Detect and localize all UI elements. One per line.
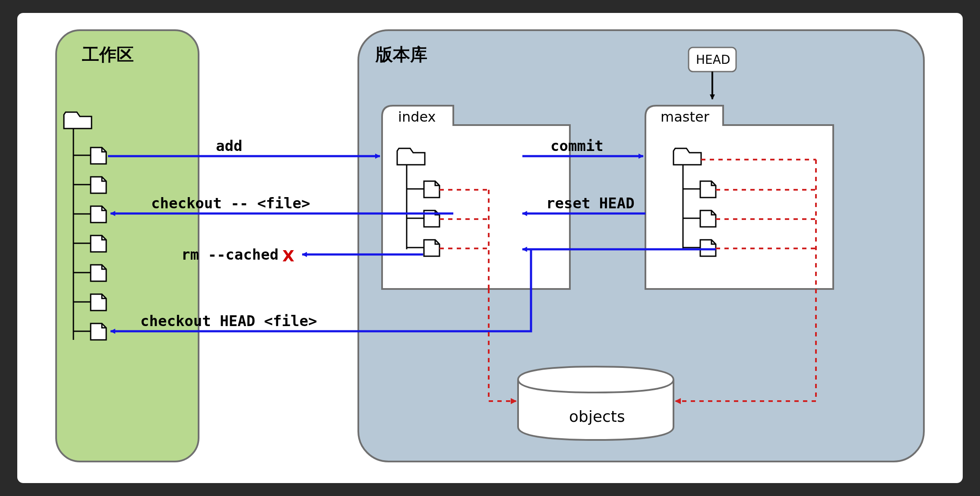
- git-diagram-svg: 工作区: [17, 13, 963, 483]
- master-tab-label: master: [661, 109, 710, 125]
- working-area-title: 工作区: [82, 44, 134, 64]
- rm-cached-x: X: [282, 247, 294, 265]
- rm-cached-label: rm --cached: [181, 246, 278, 263]
- commit-label: commit: [550, 137, 604, 154]
- repository-title: 版本库: [375, 44, 427, 64]
- head-label: HEAD: [696, 53, 730, 67]
- reset-head-label: reset HEAD: [546, 195, 635, 212]
- checkout-file-label: checkout -- <file>: [151, 195, 310, 212]
- index-tab-label: index: [398, 109, 436, 125]
- objects-store: objects: [518, 367, 673, 440]
- objects-label: objects: [569, 408, 625, 425]
- working-area-region: [56, 30, 199, 461]
- checkout-head-label: checkout HEAD <file>: [140, 312, 317, 330]
- index-panel: index: [382, 106, 570, 289]
- diagram-canvas: 工作区: [17, 13, 963, 483]
- master-panel: master: [645, 106, 833, 289]
- add-label: add: [216, 137, 242, 154]
